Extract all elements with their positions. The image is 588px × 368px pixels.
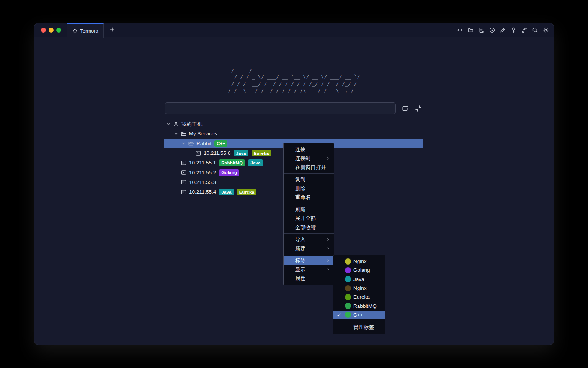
close-window-button[interactable] [41,28,46,33]
menu-item[interactable]: 标签 [284,256,334,266]
host-search-input[interactable] [165,102,396,114]
add-host-button[interactable] [401,104,409,112]
tag-badge: Golang [219,169,239,176]
menu-item-label: 删除 [295,185,305,192]
menu-item-label: 展开全部 [295,215,316,222]
tag-badge: Java [248,159,263,166]
tag-badge: RabbitMQ [219,159,245,166]
tree-item-label: 10.211.55.6 [204,150,230,156]
menu-item[interactable]: 复制 [284,175,334,184]
menu-item-label: 重命名 [295,194,311,201]
menu-item-label: 全部收缩 [295,224,316,231]
menu-separator [284,233,334,234]
tag-menu-label: Eureka [353,294,370,300]
tag-color-dot [345,303,351,309]
menu-separator [284,204,334,204]
folder-icon [467,27,474,33]
tab-termora[interactable]: Termora [67,23,104,38]
ascii-logo: ______ /_ __/__ _________ ___ ____ _____… [34,60,554,94]
tag-menu-item[interactable]: Java [333,275,385,284]
toolbar-settings-button[interactable] [542,27,549,33]
chevron-right-icon [326,237,330,242]
menu-item[interactable]: 在新窗口打开 [284,163,334,172]
chevron-right-icon [326,246,330,251]
tag-menu-item[interactable]: Nginx [333,284,385,292]
home-icon [72,28,78,33]
tree-item-label: 10.211.55.1 [189,160,216,166]
tag-menu-label: Java [353,276,364,282]
collapse-all-icon [415,105,422,112]
tag-menu-item[interactable]: C++ [333,310,385,319]
toolbar-search-button[interactable] [532,27,538,33]
menu-item[interactable]: 显示 [284,265,334,274]
ascii-logo-text: ______ /_ __/__ _________ ___ ____ _____… [228,60,360,94]
menu-item[interactable]: 导入 [284,235,334,245]
tag-menu-label: RabbitMQ [353,303,377,309]
chevron-right-icon [326,258,330,263]
settings-icon [542,27,549,33]
menu-item[interactable]: 属性 [284,274,334,284]
menu-item-label: 连接到 [295,155,311,162]
chevron-right-icon [326,156,330,161]
code-icon [457,27,463,33]
menu-item-label: 在新窗口打开 [295,164,326,171]
tag-menu-item[interactable]: Golang [333,266,385,274]
tree-item-label: 10.211.55.2 [189,170,216,176]
menu-item[interactable]: 连接到 [284,154,334,163]
toolbar-log-button[interactable] [478,27,485,33]
toolbar-record-button[interactable] [489,27,495,33]
minimize-window-button[interactable] [49,28,54,33]
branch-icon [521,27,528,33]
menu-item[interactable]: 连接 [284,145,334,154]
menu-item-label: 属性 [295,275,305,282]
check-icon [336,312,341,317]
menu-item-label: 连接 [295,146,305,153]
manage-tags-item[interactable]: 管理标签 [333,322,385,332]
tag-badge: C++ [214,140,227,147]
tree-row--[interactable]: 我的主机 [164,119,423,129]
tag-menu-label: Golang [353,267,370,273]
toolbar-branch-button[interactable] [521,27,528,33]
expander[interactable] [181,141,186,146]
terminal-icon [181,169,187,176]
tag-color-dot [345,267,351,273]
tag-color-dot [345,294,351,300]
tag-badge: Java [219,189,234,195]
folder-open-icon [188,140,194,146]
menu-item[interactable]: 重命名 [284,193,334,202]
tag-badge: Java [234,150,248,156]
expander[interactable] [166,122,171,127]
menu-separator [284,173,334,174]
tree-item-label: 10.211.55.4 [189,189,216,195]
tag-menu-item[interactable]: Eureka [333,292,385,301]
toolbar-edit-button[interactable] [500,27,506,33]
menu-item[interactable]: 刷新 [284,205,334,214]
expander[interactable] [173,131,179,136]
tree-row-My-Services[interactable]: My Services [164,129,423,138]
tag-color-dot [345,312,351,318]
collapse-all-button[interactable] [414,104,422,112]
toolbar-folder-button[interactable] [467,27,474,33]
new-tab-button[interactable] [106,25,118,36]
menu-item[interactable]: 新建 [284,244,334,253]
zoom-window-button[interactable] [56,28,61,33]
menu-separator [333,321,385,321]
terminal-icon [181,189,187,195]
menu-separator [284,255,334,255]
tag-menu-item[interactable]: Nginx [333,257,385,266]
toolbar-code-button[interactable] [457,27,463,33]
tag-menu-item[interactable]: RabbitMQ [333,301,385,310]
menu-item[interactable]: 全部收缩 [284,223,334,232]
add-host-icon [401,105,409,112]
key-icon [510,27,517,33]
menu-item[interactable]: 展开全部 [284,214,334,223]
search-icon [532,27,538,33]
chevron-down-icon [173,131,179,136]
terminal-icon [181,160,187,166]
menu-item[interactable]: 删除 [284,184,334,193]
toolbar-key-button[interactable] [510,27,517,33]
record-icon [489,27,495,33]
tree-item-label: 我的主机 [181,121,202,128]
folder-open-icon [181,131,187,137]
tab-label: Termora [80,28,98,34]
